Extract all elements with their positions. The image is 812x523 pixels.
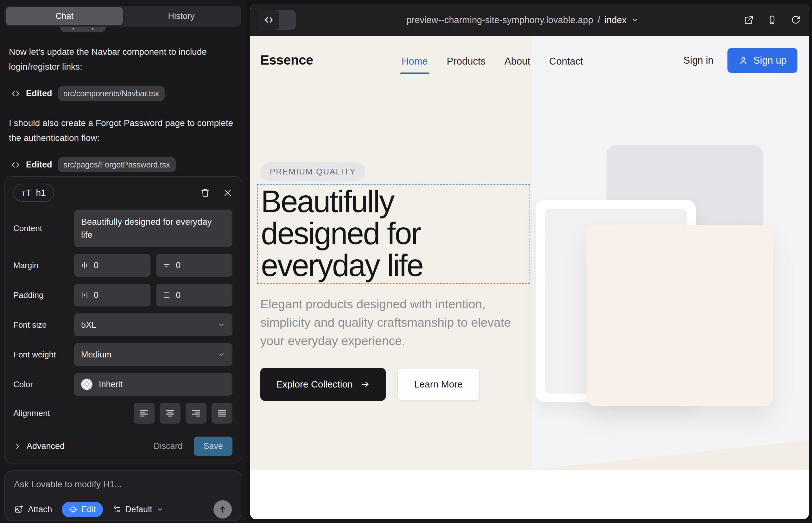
edited-file-row: Edited src/pages/ForgotPassword.tsx: [11, 157, 238, 172]
tab-chat-label: Chat: [55, 12, 73, 21]
font-size-select[interactable]: 5XL: [74, 313, 232, 336]
browser-toolbar: preview--charming-site-symphony.lovable.…: [250, 4, 809, 36]
file-chip[interactable]: src/components/Navbar.tsx: [58, 86, 165, 101]
element-editor-panel: TT h1 Content Beautifully designed for e…: [4, 176, 241, 464]
content-row: Content Beautifully designed for everyda…: [13, 210, 232, 247]
chat-message: Now let's update the Navbar component to…: [9, 44, 238, 74]
tab-history[interactable]: History: [123, 7, 240, 25]
learn-more-button[interactable]: Learn More: [397, 368, 480, 401]
discard-button[interactable]: Discard: [154, 441, 183, 451]
hero-paragraph: Elegant products designed with intention…: [260, 295, 523, 350]
preview-window: preview--charming-site-symphony.lovable.…: [250, 4, 809, 519]
type-icon: TT: [21, 187, 32, 198]
advanced-toggle[interactable]: Advanced: [13, 441, 65, 451]
url-domain: preview--charming-site-symphony.lovable.…: [407, 15, 593, 25]
margin-label: Margin: [13, 260, 74, 270]
nav-contact[interactable]: Contact: [549, 56, 583, 67]
color-select[interactable]: Inherit: [74, 373, 232, 396]
user-icon: [738, 55, 748, 66]
chat-history-tabs: Chat History: [4, 6, 241, 26]
element-tag-pill: TT h1: [13, 184, 54, 202]
edited-label: Edited: [26, 89, 52, 98]
save-button[interactable]: Save: [194, 437, 232, 456]
align-justify-button[interactable]: [212, 403, 232, 423]
padding-vertical-value: 0: [176, 290, 180, 300]
hero-heading[interactable]: Beautifully designed for everyday life: [261, 185, 423, 282]
delete-element-button[interactable]: [200, 188, 210, 198]
padding-horizontal-value: 0: [94, 290, 99, 300]
attach-button[interactable]: Attach: [14, 505, 52, 515]
chat-message: I should also create a Forgot Password p…: [9, 115, 238, 145]
margin-vertical-icon: [162, 261, 171, 269]
close-icon[interactable]: [223, 188, 232, 198]
url-page: index: [604, 15, 626, 25]
sign-in-link[interactable]: Sign in: [684, 55, 713, 66]
editor-footer: Advanced Discard Save: [13, 437, 232, 456]
align-center-button[interactable]: [160, 403, 180, 423]
scrolled-chip[interactable]: [60, 26, 106, 32]
file-chip[interactable]: src/pages/ForgotPassword.tsx: [58, 157, 176, 172]
margin-vertical-input[interactable]: 0: [156, 254, 232, 277]
explore-collection-button[interactable]: Explore Collection: [260, 368, 386, 401]
lovable-app: Chat History Now let's update the Navbar…: [0, 0, 812, 523]
chat-panel: Chat History Now let's update the Navbar…: [0, 0, 247, 523]
selection-outline: Beautifully designed for everyday life: [257, 184, 530, 284]
url-separator: /: [598, 15, 600, 25]
open-in-new-tab-button[interactable]: [744, 15, 754, 25]
site-preview: Essence Home Products About Contact Sign…: [250, 36, 809, 519]
arrow-right-icon: [360, 380, 370, 389]
explore-collection-label: Explore Collection: [276, 379, 353, 390]
padding-horizontal-icon: [81, 291, 89, 299]
padding-vertical-icon: [162, 291, 171, 299]
sign-up-label: Sign up: [754, 55, 787, 66]
margin-horizontal-value: 0: [94, 260, 99, 270]
url-bar[interactable]: preview--charming-site-symphony.lovable.…: [407, 4, 639, 36]
margin-row: Margin 0 0: [13, 254, 232, 277]
font-weight-row: Font weight Medium: [13, 343, 232, 366]
tab-chat[interactable]: Chat: [6, 7, 123, 25]
hero-placeholder-cream: [586, 225, 773, 406]
code-icon: [259, 10, 279, 30]
font-size-label: Font size: [13, 320, 74, 330]
code-view-toggle[interactable]: [259, 10, 296, 30]
premium-badge: PREMIUM QUALITY: [260, 162, 365, 181]
refresh-icon[interactable]: [791, 15, 800, 25]
edit-label: Edit: [82, 505, 96, 515]
edited-label: Edited: [26, 160, 52, 170]
nav-products[interactable]: Products: [447, 56, 486, 67]
chevron-right-icon: [13, 442, 21, 451]
font-size-value: 5XL: [81, 320, 96, 330]
code-icon: [11, 160, 20, 170]
sign-up-button[interactable]: Sign up: [727, 48, 797, 73]
color-value: Inherit: [99, 380, 123, 390]
alignment-label: Alignment: [13, 409, 74, 418]
content-input[interactable]: Beautifully designed for everyday life: [74, 210, 232, 247]
nav-about[interactable]: About: [505, 56, 530, 67]
font-weight-select[interactable]: Medium: [74, 343, 232, 366]
align-right-button[interactable]: [186, 403, 207, 423]
chevron-down-icon: [217, 350, 226, 359]
margin-vertical-value: 0: [176, 260, 180, 270]
mobile-view-button[interactable]: [767, 15, 777, 25]
advanced-label: Advanced: [27, 441, 65, 451]
font-weight-value: Medium: [81, 350, 111, 360]
code-icon: [11, 89, 20, 98]
padding-row: Padding 0 0: [13, 284, 232, 306]
color-row: Color Inherit: [13, 373, 232, 396]
sliders-icon: [112, 505, 121, 514]
chevron-down-icon: [156, 506, 164, 513]
align-left-button[interactable]: [134, 403, 155, 423]
tab-history-label: History: [168, 12, 194, 21]
prompt-composer: Ask Lovable to modify H1... Attach Edit: [4, 470, 241, 521]
margin-horizontal-input[interactable]: 0: [74, 254, 151, 277]
padding-horizontal-input[interactable]: 0: [74, 284, 151, 306]
prompt-input[interactable]: Ask Lovable to modify H1...: [14, 479, 232, 489]
chat-messages: Now let's update the Navbar component to…: [9, 44, 238, 187]
send-button[interactable]: [213, 500, 232, 519]
site-logo[interactable]: Essence: [260, 53, 313, 68]
padding-vertical-input[interactable]: 0: [156, 284, 232, 306]
default-mode-select[interactable]: Default: [112, 505, 164, 515]
color-swatch: [81, 379, 92, 390]
nav-home[interactable]: Home: [402, 56, 428, 67]
edit-mode-button[interactable]: Edit: [62, 502, 103, 517]
